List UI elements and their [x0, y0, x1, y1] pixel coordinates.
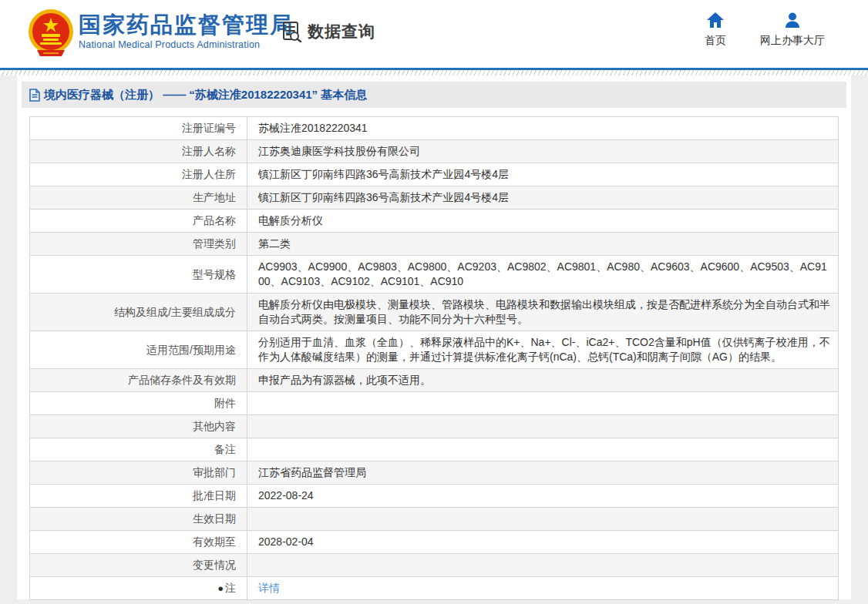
table-row: 审批部门江苏省药品监督管理局	[30, 461, 839, 485]
main-area: 境内医疗器械（注册） —— “苏械注准20182220341” 基本信息 注册证…	[0, 76, 868, 604]
table-row: 变更情况	[30, 554, 839, 577]
nav-home-label: 首页	[705, 34, 726, 48]
detail-link[interactable]: 详情	[258, 582, 280, 594]
page-title-bar: 境内医疗器械（注册） —— “苏械注准20182220341” 基本信息	[22, 82, 846, 108]
row-value: 电解质分析仪由电极模块、测量模块、管路模块、电路模块和数据输出模块组成，按是否配…	[247, 294, 839, 331]
row-label: 批准日期	[30, 485, 247, 508]
row-value: 江苏奥迪康医学科技股份有限公司	[247, 140, 839, 163]
table-row: ●注详情	[30, 577, 839, 600]
table-row: 产品名称电解质分析仪	[30, 210, 839, 233]
row-value: 2028-02-04	[247, 531, 839, 554]
table-row: 管理类别第二类	[30, 233, 839, 256]
nav-service-hall[interactable]: 网上办事大厅	[760, 11, 825, 48]
row-value	[247, 554, 839, 577]
table-row: 型号规格AC9903、AC9900、AC9803、AC9800、AC9203、A…	[30, 256, 839, 294]
table-row: 注册人住所镇江新区丁卯南纬四路36号高新技术产业园4号楼4层	[30, 163, 839, 186]
row-label: 生产地址	[30, 186, 247, 210]
row-value: 苏械注准20182220341	[247, 117, 839, 140]
table-row: 注册证编号苏械注准20182220341	[30, 117, 839, 140]
row-label: 型号规格	[30, 256, 247, 294]
row-value	[247, 438, 839, 461]
site-header: 国家药品监督管理局 National Medical Products Admi…	[0, 0, 868, 68]
nav-service-hall-label: 网上办事大厅	[760, 34, 825, 48]
row-value: 镇江新区丁卯南纬四路36号高新技术产业园4号楼4层	[247, 186, 839, 210]
row-value: AC9903、AC9900、AC9803、AC9800、AC9203、AC980…	[247, 256, 839, 294]
row-value	[247, 508, 839, 531]
user-icon	[783, 11, 802, 29]
row-value: 分别适用于血清、血浆（全血）、稀释尿液样品中的K+、Na+、Cl-、iCa2+、…	[247, 331, 839, 369]
table-row: 其他内容	[30, 415, 839, 438]
row-value: 第二类	[247, 233, 839, 256]
data-query-label: 数据查询	[308, 21, 375, 42]
content-panel: 境内医疗器械（注册） —— “苏械注准20182220341” 基本信息 注册证…	[17, 76, 851, 599]
data-query-section[interactable]: 数据查询	[281, 21, 375, 42]
document-icon	[29, 89, 40, 102]
national-emblem-logo	[26, 8, 76, 59]
row-label: 结构及组成/主要组成成分	[30, 294, 247, 331]
row-value: 镇江新区丁卯南纬四路36号高新技术产业园4号楼4层	[247, 163, 839, 186]
brand-block: 国家药品监督管理局 National Medical Products Admi…	[79, 12, 294, 50]
row-value	[247, 415, 839, 438]
row-label: 备注	[30, 438, 247, 461]
info-table: 注册证编号苏械注准20182220341注册人名称江苏奥迪康医学科技股份有限公司…	[29, 116, 839, 600]
row-value	[247, 392, 839, 415]
table-row: 注册人名称江苏奥迪康医学科技股份有限公司	[30, 140, 839, 163]
home-icon	[706, 11, 725, 29]
row-value: 2022-08-24	[247, 485, 839, 508]
row-value: 详情	[247, 577, 839, 600]
info-table-wrapper: 注册证编号苏械注准20182220341注册人名称江苏奥迪康医学科技股份有限公司…	[29, 116, 839, 600]
row-label: 生效日期	[30, 508, 247, 531]
document-search-icon	[281, 21, 303, 42]
table-row: 产品储存条件及有效期申报产品为有源器械，此项不适用。	[30, 369, 839, 392]
row-value: 申报产品为有源器械，此项不适用。	[247, 369, 839, 392]
row-label: ●注	[30, 577, 247, 600]
row-value: 江苏省药品监督管理局	[247, 461, 839, 485]
row-label: 附件	[30, 392, 247, 415]
row-label: 有效期至	[30, 531, 247, 554]
brand-name-cn: 国家药品监督管理局	[79, 12, 294, 37]
row-label: 管理类别	[30, 233, 247, 256]
row-label: 注册证编号	[30, 117, 247, 140]
page-title: 境内医疗器械（注册） —— “苏械注准20182220341” 基本信息	[44, 88, 367, 102]
table-row: 有效期至2028-02-04	[30, 531, 839, 554]
row-label: 其他内容	[30, 415, 247, 438]
table-row: 生产地址镇江新区丁卯南纬四路36号高新技术产业园4号楼4层	[30, 186, 839, 210]
row-label: 注册人住所	[30, 163, 247, 186]
table-row: 批准日期2022-08-24	[30, 485, 839, 508]
table-row: 生效日期	[30, 508, 839, 531]
row-label: 变更情况	[30, 554, 247, 577]
row-value: 电解质分析仪	[247, 210, 839, 233]
row-label: 适用范围/预期用途	[30, 331, 247, 369]
table-row: 结构及组成/主要组成成分电解质分析仪由电极模块、测量模块、管路模块、电路模块和数…	[30, 294, 839, 331]
row-label: 审批部门	[30, 461, 247, 485]
table-row: 备注	[30, 438, 839, 461]
row-label: 产品储存条件及有效期	[30, 369, 247, 392]
row-label: 注册人名称	[30, 140, 247, 163]
row-label: 产品名称	[30, 210, 247, 233]
top-nav: 首页 网上办事大厅	[705, 11, 825, 48]
table-row: 适用范围/预期用途分别适用于血清、血浆（全血）、稀释尿液样品中的K+、Na+、C…	[30, 331, 839, 369]
nav-home[interactable]: 首页	[705, 11, 726, 48]
table-row: 附件	[30, 392, 839, 415]
brand-name-en: National Medical Products Administration	[79, 39, 294, 50]
note-bullet-icon: ●	[217, 582, 224, 594]
hatch-stripe	[0, 70, 868, 76]
